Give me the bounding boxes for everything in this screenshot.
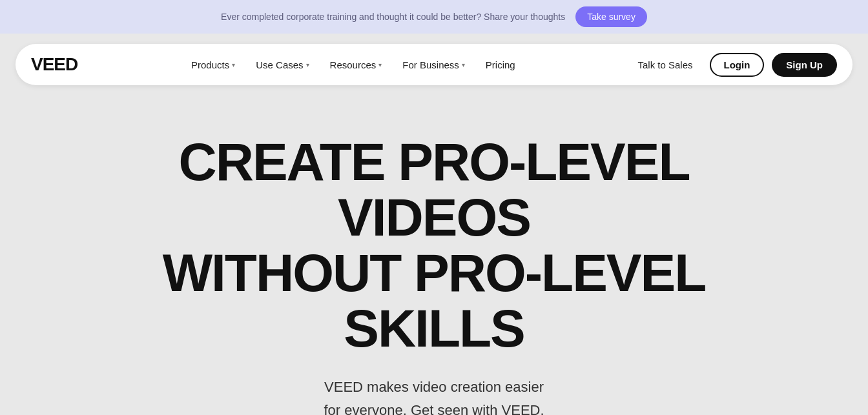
signup-button[interactable]: Sign Up <box>772 53 837 77</box>
chevron-down-icon: ▾ <box>378 61 382 68</box>
main-navbar: VEED Products ▾ Use Cases ▾ Resources ▾ … <box>16 44 852 85</box>
nav-item-use-cases[interactable]: Use Cases ▾ <box>247 54 318 76</box>
nav-label-for-business: For Business <box>402 59 459 70</box>
hero-section: CREATE PRO-LEVEL VIDEOS WITHOUT PRO-LEVE… <box>0 96 868 415</box>
hero-title: CREATE PRO-LEVEL VIDEOS WITHOUT PRO-LEVE… <box>143 134 725 356</box>
nav-label-products: Products <box>191 59 229 70</box>
hero-subtitle: VEED makes video creation easier for eve… <box>273 376 595 415</box>
nav-item-pricing[interactable]: Pricing <box>477 54 524 76</box>
nav-label-pricing: Pricing <box>486 59 515 70</box>
chevron-down-icon: ▾ <box>462 61 465 68</box>
chevron-down-icon: ▾ <box>306 61 309 68</box>
nav-label-use-cases: Use Cases <box>256 59 303 70</box>
talk-to-sales-link[interactable]: Talk to Sales <box>628 54 701 76</box>
nav-links: Products ▾ Use Cases ▾ Resources ▾ For B… <box>182 54 524 76</box>
nav-item-products[interactable]: Products ▾ <box>182 54 244 76</box>
nav-actions: Talk to Sales Login Sign Up <box>628 53 837 77</box>
login-button[interactable]: Login <box>710 53 765 77</box>
logo[interactable]: VEED <box>31 54 78 75</box>
nav-label-resources: Resources <box>330 59 377 70</box>
take-survey-button[interactable]: Take survey <box>575 6 647 27</box>
banner-text: Ever completed corporate training and th… <box>221 12 565 22</box>
announcement-banner: Ever completed corporate training and th… <box>0 0 868 34</box>
nav-item-for-business[interactable]: For Business ▾ <box>393 54 474 76</box>
nav-item-resources[interactable]: Resources ▾ <box>321 54 391 76</box>
chevron-down-icon: ▾ <box>232 61 235 68</box>
